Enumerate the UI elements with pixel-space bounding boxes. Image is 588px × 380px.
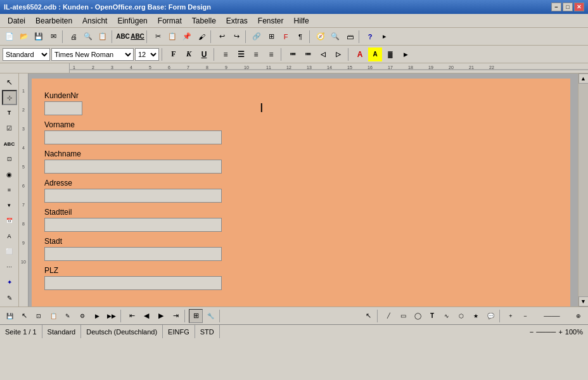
datefield-tool[interactable]: 📅 bbox=[2, 213, 17, 228]
style-select[interactable]: Standard bbox=[3, 48, 50, 61]
indent-less-button[interactable]: ◁ bbox=[316, 48, 330, 61]
table-button[interactable]: ⊞ bbox=[264, 30, 278, 44]
list-button[interactable]: ≔ bbox=[286, 48, 300, 61]
bt-dbmacro[interactable]: ⚙ bbox=[75, 309, 89, 323]
maximize-button[interactable]: □ bbox=[563, 3, 573, 11]
adresse-field[interactable] bbox=[44, 189, 222, 203]
find-button[interactable]: 🔍 bbox=[328, 30, 342, 44]
hyperlink-button[interactable]: 🔗 bbox=[250, 30, 264, 44]
bt-run2[interactable]: ▶▶ bbox=[105, 309, 118, 323]
bt-tab[interactable]: ⊡ bbox=[32, 309, 46, 323]
zoom-in-icon[interactable]: + bbox=[558, 328, 562, 336]
numlist-button[interactable]: ≔ bbox=[301, 48, 315, 61]
nachname-field[interactable] bbox=[44, 160, 222, 174]
menu-datei[interactable]: Datei bbox=[3, 15, 30, 27]
print-button[interactable]: 🖨 bbox=[67, 30, 80, 44]
spellcheck-button[interactable]: ABC bbox=[116, 30, 130, 44]
bt-nav1[interactable]: ⇤ bbox=[125, 309, 139, 323]
redo-button[interactable]: ↪ bbox=[229, 30, 243, 44]
wizard-tool[interactable]: ✦ bbox=[2, 275, 17, 289]
right-scrollbar[interactable]: ▲ ▼ bbox=[578, 73, 588, 307]
align-left-button[interactable]: ≡ bbox=[219, 48, 233, 61]
plz-field[interactable] bbox=[44, 276, 222, 290]
bt-line[interactable]: ╱ bbox=[381, 309, 395, 323]
checkbox-tool[interactable]: ☑ bbox=[2, 121, 17, 136]
bt-zoomin[interactable]: + bbox=[504, 309, 518, 323]
undo-button[interactable]: ↩ bbox=[215, 30, 229, 44]
print-preview-button[interactable]: 🔍 bbox=[81, 30, 95, 44]
underline-button[interactable]: U bbox=[197, 48, 211, 61]
bt-save[interactable]: 💾 bbox=[3, 309, 16, 323]
edit-tool[interactable]: ✎ bbox=[2, 291, 17, 305]
bt-zoom-slider[interactable]: ──── bbox=[533, 309, 571, 323]
menu-ansicht[interactable]: Ansicht bbox=[77, 15, 112, 27]
bt-rect[interactable]: ▭ bbox=[396, 309, 410, 323]
bold-button[interactable]: F bbox=[167, 48, 181, 61]
cut-button[interactable]: ✂ bbox=[151, 30, 165, 44]
copy-button[interactable]: 📋 bbox=[165, 30, 179, 44]
kundennr-field[interactable] bbox=[44, 101, 82, 115]
menu-format[interactable]: Format bbox=[153, 15, 187, 27]
highlight-button[interactable]: A bbox=[368, 48, 382, 61]
bt-star[interactable]: ★ bbox=[469, 309, 483, 323]
bt-ellipse[interactable]: ◯ bbox=[411, 309, 425, 323]
clone-button[interactable]: 🖌 bbox=[195, 30, 208, 44]
paste-button[interactable]: 📌 bbox=[180, 30, 194, 44]
new-button[interactable]: 📄 bbox=[3, 30, 16, 44]
open-button[interactable]: 📂 bbox=[17, 30, 31, 44]
more-tools[interactable]: ⋯ bbox=[2, 260, 17, 274]
stadtteil-field[interactable] bbox=[44, 218, 222, 232]
bt-form[interactable]: 📋 bbox=[46, 309, 60, 323]
spellcheck2-button[interactable]: ABC bbox=[131, 30, 144, 44]
menu-extras[interactable]: Extras bbox=[221, 15, 253, 27]
align-center-button[interactable]: ☰ bbox=[234, 48, 248, 61]
zoom-out-icon[interactable]: − bbox=[530, 328, 534, 336]
bt-text[interactable]: T bbox=[425, 309, 439, 323]
select-tool[interactable]: ⊹ bbox=[2, 90, 17, 104]
listbox-tool[interactable]: ≡ bbox=[2, 182, 17, 197]
bt-design[interactable]: 🔧 bbox=[203, 309, 217, 323]
align-right-button[interactable]: ≡ bbox=[249, 48, 263, 61]
font-color-button[interactable]: A bbox=[353, 48, 367, 61]
nonprint-button[interactable]: ¶ bbox=[293, 30, 307, 44]
bt-nav3[interactable]: ▶ bbox=[154, 309, 168, 323]
bt-connector[interactable]: ⬡ bbox=[454, 309, 468, 323]
bt-pointer[interactable]: ↖ bbox=[361, 309, 375, 323]
stadt-field[interactable] bbox=[44, 247, 222, 261]
bt-nav4[interactable]: ⇥ bbox=[169, 309, 182, 323]
indent-more-button[interactable]: ▷ bbox=[331, 48, 345, 61]
scroll-track[interactable] bbox=[578, 84, 589, 296]
help-button[interactable]: ? bbox=[363, 30, 377, 44]
more-fmt-button[interactable]: ▸ bbox=[399, 48, 412, 61]
more-button[interactable]: ▸ bbox=[378, 30, 392, 44]
bt-toggle[interactable]: ⊞ bbox=[189, 309, 203, 323]
bt-curve[interactable]: ∿ bbox=[440, 309, 454, 323]
bt-nav2[interactable]: ◀ bbox=[139, 309, 153, 323]
datasource-button[interactable]: 🗃 bbox=[343, 30, 357, 44]
pushbutton-tool[interactable]: ⊡ bbox=[2, 152, 17, 167]
menu-tabelle[interactable]: Tabelle bbox=[187, 15, 221, 27]
justify-button[interactable]: ≡ bbox=[264, 48, 278, 61]
minimize-button[interactable]: − bbox=[551, 3, 561, 11]
fields-button[interactable]: F bbox=[279, 30, 293, 44]
bt-run[interactable]: ▶ bbox=[90, 309, 104, 323]
font-name-select[interactable]: Times New Roman bbox=[51, 48, 134, 61]
email-button[interactable]: ✉ bbox=[46, 30, 60, 44]
bt-callout[interactable]: 💬 bbox=[483, 309, 497, 323]
groupbox-tool[interactable]: ⬜ bbox=[2, 244, 17, 259]
font-size-select[interactable]: 12 bbox=[135, 48, 159, 61]
bt-zoomout[interactable]: − bbox=[518, 309, 532, 323]
abc-tool[interactable]: ABC bbox=[2, 136, 17, 151]
bt-edit[interactable]: ✎ bbox=[61, 309, 75, 323]
menu-fenster[interactable]: Fenster bbox=[253, 15, 289, 27]
navigator-button[interactable]: 🧭 bbox=[314, 30, 328, 44]
menu-bearbeiten[interactable]: Bearbeiten bbox=[30, 15, 77, 27]
pointer-tool[interactable]: ↖ bbox=[2, 75, 17, 89]
radiobutton-tool[interactable]: ◉ bbox=[2, 167, 17, 182]
canvas-area[interactable]: 1 2 3 4 5 6 7 8 9 10 I KundenNr Vor bbox=[19, 73, 578, 307]
menu-hilfe[interactable]: Hilfe bbox=[289, 15, 314, 27]
save-button[interactable]: 💾 bbox=[32, 30, 46, 44]
combobox-tool[interactable]: ▾ bbox=[2, 198, 17, 213]
scroll-up-button[interactable]: ▲ bbox=[578, 73, 589, 84]
vorname-field[interactable] bbox=[44, 130, 222, 144]
